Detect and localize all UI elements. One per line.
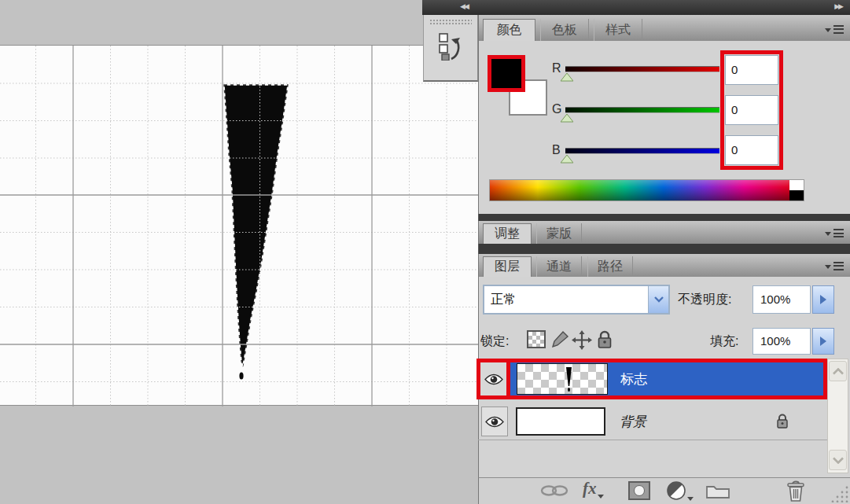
layer-thumbnail[interactable] — [516, 407, 605, 436]
collapsed-panel-dock — [423, 15, 478, 82]
panel-menu-icon[interactable] — [825, 25, 844, 35]
panel-menu-icon[interactable] — [825, 262, 844, 271]
adjustment-layer-icon[interactable] — [666, 480, 694, 502]
blue-slider-handle[interactable] — [561, 155, 573, 164]
layer-row-background[interactable]: 背景 — [478, 404, 827, 439]
opacity-slider-button[interactable] — [812, 285, 834, 314]
tab-swatches[interactable]: 色板 — [540, 19, 589, 41]
tab-masks[interactable]: 蒙版 — [536, 223, 582, 244]
layer-locked-icon — [775, 413, 789, 429]
lock-label: 锁定: — [480, 333, 509, 350]
layer-row-logo[interactable]: 标志 — [477, 359, 827, 399]
lock-transparency-icon[interactable] — [527, 330, 546, 348]
expand-dock-icon[interactable]: ◀◀ — [460, 2, 468, 10]
collapse-dock-icon[interactable]: ▶▶ — [834, 2, 842, 10]
panel-separator — [478, 244, 850, 254]
tab-styles[interactable]: 样式 — [594, 19, 642, 41]
green-value-field[interactable]: 0 — [725, 95, 778, 125]
green-slider-track[interactable] — [565, 107, 719, 113]
layer-style-fx-icon[interactable]: fx — [583, 479, 604, 498]
adjustments-panel-tabbar: 调整 蒙版 — [478, 221, 850, 244]
tab-color[interactable]: 颜色 — [483, 19, 535, 41]
spectrum-gradient[interactable] — [490, 180, 789, 200]
layer-thumbnail[interactable] — [517, 363, 608, 395]
panel-separator — [478, 214, 850, 221]
new-group-folder-icon[interactable] — [705, 483, 730, 499]
trash-icon[interactable] — [786, 480, 806, 502]
tab-adjustments[interactable]: 调整 — [483, 223, 532, 244]
add-layer-mask-icon[interactable] — [628, 481, 650, 500]
layer-name[interactable]: 背景 — [620, 413, 646, 431]
spectrum-black-swatch[interactable] — [789, 190, 804, 200]
opacity-value-field[interactable]: 100% — [752, 285, 811, 314]
panel-menu-icon[interactable] — [825, 229, 844, 238]
canvas-grid-and-selection — [0, 46, 478, 407]
layer-visibility-toggle[interactable] — [481, 407, 508, 436]
document-canvas[interactable] — [0, 45, 478, 406]
red-value-field[interactable]: 0 — [725, 55, 778, 85]
layers-panel-tabbar: 图层 通道 路径 — [478, 254, 850, 277]
chevron-down-icon[interactable] — [648, 286, 668, 313]
link-layers-icon[interactable] — [540, 484, 569, 497]
color-panel-tabbar: 颜色 色板 样式 — [478, 15, 850, 41]
photoshop-workspace: ◀◀ ▶▶ 颜色 色板 样式 R 0 G 0 B 0 — [0, 0, 850, 504]
green-slider-handle[interactable] — [561, 114, 573, 123]
red-slider-handle[interactable] — [561, 73, 573, 82]
tab-channels[interactable]: 通道 — [536, 256, 582, 277]
lock-all-icon[interactable] — [596, 330, 613, 350]
fill-slider-button[interactable] — [812, 328, 834, 355]
blend-mode-select[interactable]: 正常 — [483, 285, 670, 315]
layer-visibility-toggle[interactable] — [480, 362, 510, 395]
layers-panel-toolbar: fx — [478, 477, 850, 504]
eye-icon — [485, 416, 504, 428]
layer-list-divider — [478, 440, 827, 440]
lock-position-move-icon[interactable] — [572, 330, 592, 350]
fill-value-field[interactable]: 100% — [752, 328, 811, 355]
tab-layers[interactable]: 图层 — [483, 256, 532, 277]
tab-paths[interactable]: 路径 — [587, 256, 633, 277]
lock-pixels-brush-icon[interactable] — [550, 330, 569, 349]
scroll-down-icon[interactable] — [829, 450, 847, 470]
foreground-color-swatch[interactable] — [488, 55, 525, 92]
eye-icon — [484, 373, 503, 385]
panel-resize-grip[interactable] — [830, 485, 849, 502]
opacity-label: 不透明度: — [678, 292, 731, 308]
red-slider-track[interactable] — [565, 66, 719, 72]
thumbnail-logo-shape — [566, 367, 572, 386]
history-panel-icon[interactable] — [437, 32, 464, 61]
blend-mode-value: 正常 — [484, 292, 648, 308]
blue-value-field[interactable]: 0 — [725, 135, 778, 165]
color-spectrum-ramp[interactable] — [489, 179, 804, 201]
scroll-up-icon[interactable] — [829, 361, 847, 381]
dock-drag-handle[interactable] — [429, 19, 472, 26]
layer-name[interactable]: 标志 — [620, 370, 647, 388]
spectrum-white-swatch[interactable] — [789, 180, 804, 190]
dock-header-bar: ◀◀ ▶▶ — [422, 0, 850, 15]
fill-label: 填充: — [710, 333, 738, 350]
blue-slider-track[interactable] — [565, 148, 719, 154]
